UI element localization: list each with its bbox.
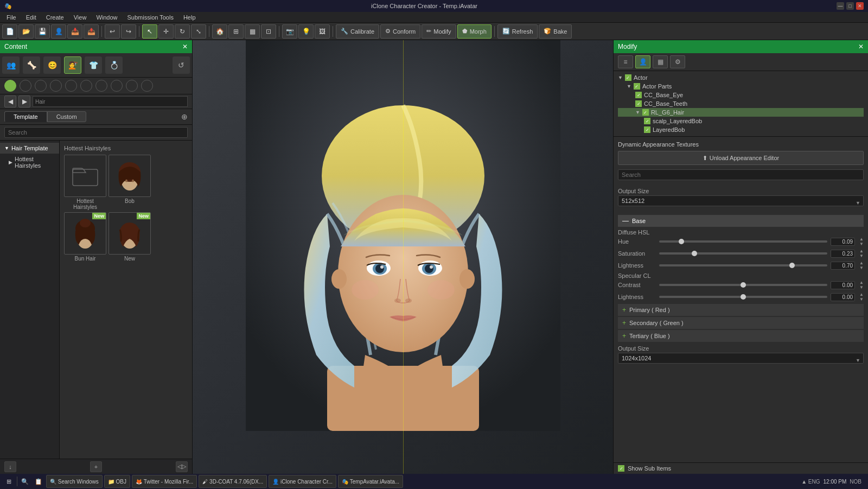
show-sub-checkbox[interactable]: ✓ bbox=[618, 465, 624, 472]
filter-3[interactable] bbox=[50, 80, 62, 92]
actor-checkbox[interactable]: ✓ bbox=[625, 74, 631, 81]
filter-7[interactable] bbox=[111, 80, 123, 92]
modify-close-icon[interactable]: ✕ bbox=[858, 43, 864, 50]
filter-8[interactable] bbox=[126, 80, 138, 92]
maximize-button[interactable]: □ bbox=[846, 2, 854, 10]
nav-forward[interactable]: ▶ bbox=[18, 96, 30, 107]
filter-4[interactable] bbox=[65, 80, 77, 92]
panel-nav-add[interactable]: + bbox=[90, 461, 102, 472]
toolbar-open[interactable]: 📂 bbox=[18, 24, 34, 39]
lightness-down[interactable]: ▼ bbox=[859, 265, 864, 270]
tab-sliders[interactable]: ≡ bbox=[618, 55, 633, 68]
lightness2-slider[interactable] bbox=[659, 296, 827, 298]
saturation-down[interactable]: ▼ bbox=[859, 253, 864, 258]
conform-button[interactable]: ⚙Conform bbox=[380, 24, 420, 39]
filter-all[interactable] bbox=[4, 80, 16, 92]
actor-item-hair[interactable]: ▼ ✓ RL_G6_Hair bbox=[618, 108, 864, 117]
eye-checkbox[interactable]: ✓ bbox=[635, 92, 642, 98]
thumb-new2[interactable]: New New bbox=[108, 212, 151, 262]
tab-custom[interactable]: Custom bbox=[47, 111, 86, 122]
bake-button[interactable]: 🍞Bake bbox=[539, 24, 572, 39]
tree-item-hair-template[interactable]: ▼ Hair Template bbox=[0, 143, 59, 154]
taskbar-iclone[interactable]: 👤 iClone Character Cr... bbox=[269, 475, 336, 488]
tab-settings-right[interactable]: ⚙ bbox=[670, 55, 685, 68]
lightness2-down[interactable]: ▼ bbox=[859, 297, 864, 302]
unload-appearance-btn[interactable]: ⬆ Unload Appearance Editor bbox=[618, 151, 864, 165]
actor-item-actor[interactable]: ▼ ✓ Actor bbox=[618, 73, 864, 82]
contrast-up[interactable]: ▲ bbox=[859, 280, 864, 285]
parts-checkbox[interactable]: ✓ bbox=[634, 83, 640, 90]
lightness-up[interactable]: ▲ bbox=[859, 261, 864, 265]
hue-slider[interactable] bbox=[659, 240, 827, 243]
saturation-slider[interactable] bbox=[659, 252, 827, 255]
hue-down[interactable]: ▼ bbox=[859, 242, 864, 246]
viewport[interactable] bbox=[193, 40, 613, 474]
morph-button[interactable]: ⬟Morph bbox=[457, 24, 492, 39]
toolbar-render[interactable]: 🖼 bbox=[315, 24, 330, 39]
toolbar-import[interactable]: 📥 bbox=[67, 24, 82, 39]
lightness2-up[interactable]: ▲ bbox=[859, 292, 864, 297]
modify-button[interactable]: ✏Modify bbox=[422, 24, 456, 39]
actor-item-scalp[interactable]: ✓ scalp_LayeredBob bbox=[618, 117, 864, 125]
hair-checkbox[interactable]: ✓ bbox=[642, 109, 649, 116]
icon-people[interactable]: 👥 bbox=[2, 56, 20, 74]
menu-window[interactable]: Window bbox=[92, 13, 122, 22]
content-close-icon[interactable]: ✕ bbox=[182, 43, 188, 50]
expand-icon[interactable]: ⊕ bbox=[181, 112, 188, 121]
minimize-button[interactable]: — bbox=[837, 2, 844, 10]
filter-6[interactable] bbox=[95, 80, 107, 92]
menu-help[interactable]: Help bbox=[179, 13, 200, 22]
menu-submission-tools[interactable]: Submission Tools bbox=[123, 13, 178, 22]
search-input[interactable] bbox=[4, 127, 188, 138]
taskbar-3dcoat[interactable]: 🖌 3D-COAT 4.7.06(DX... bbox=[199, 475, 267, 488]
tertiary-row[interactable]: + Tertiary ( Blue ) bbox=[618, 330, 864, 342]
toolbar-redo[interactable]: ↪ bbox=[121, 24, 136, 39]
menu-edit[interactable]: Edit bbox=[22, 13, 41, 22]
thumb-bun[interactable]: New Bun Hair bbox=[64, 212, 106, 262]
appearance-search[interactable] bbox=[618, 169, 864, 180]
teeth-checkbox[interactable]: ✓ bbox=[635, 100, 642, 107]
contrast-value[interactable] bbox=[831, 281, 855, 289]
taskbar-temp[interactable]: 🎭 TempAvatar.iAvata... bbox=[338, 475, 403, 488]
icon-hair[interactable]: 💇 bbox=[64, 56, 81, 74]
primary-row[interactable]: + Primary ( Red ) bbox=[618, 304, 864, 316]
actor-item-eye[interactable]: ✓ CC_Base_Eye bbox=[618, 91, 864, 99]
base-section-header[interactable]: — Base bbox=[618, 215, 864, 227]
panel-nav-more[interactable]: ◁▷ bbox=[176, 461, 188, 472]
icon-face[interactable]: 😊 bbox=[43, 56, 61, 74]
saturation-value[interactable] bbox=[831, 250, 855, 258]
toolbar-home[interactable]: 🏠 bbox=[212, 24, 227, 39]
taskbar-search[interactable]: 🔍 bbox=[19, 475, 31, 487]
tree-item-hottest[interactable]: ▶ Hottest Hairstyles bbox=[0, 154, 59, 171]
taskbar-cortana[interactable]: 📋 bbox=[33, 475, 44, 487]
thumb-folder[interactable]: Hottest Hairstyles bbox=[64, 155, 106, 210]
thumb-bob[interactable]: Bob bbox=[108, 155, 151, 210]
toolbar-scale[interactable]: ⤡ bbox=[191, 24, 206, 39]
tab-grid[interactable]: ▦ bbox=[653, 55, 668, 68]
icon-settings-content[interactable]: ↺ bbox=[173, 56, 190, 74]
toolbar-light[interactable]: 💡 bbox=[298, 24, 314, 39]
toolbar-rotate[interactable]: ↻ bbox=[175, 24, 190, 39]
scalp-checkbox[interactable]: ✓ bbox=[644, 118, 650, 124]
calibrate-button[interactable]: 🔧Calibrate bbox=[336, 24, 379, 39]
filter-5[interactable] bbox=[80, 80, 92, 92]
filter-2[interactable] bbox=[35, 80, 47, 92]
menu-file[interactable]: File bbox=[2, 13, 21, 22]
close-button[interactable]: ✕ bbox=[856, 2, 864, 10]
toolbar-export[interactable]: 📤 bbox=[84, 24, 99, 39]
toolbar-new[interactable]: 📄 bbox=[2, 24, 17, 39]
toolbar-save[interactable]: 💾 bbox=[35, 24, 50, 39]
actor-item-teeth[interactable]: ✓ CC_Base_Teeth bbox=[618, 99, 864, 108]
toolbar-undo[interactable]: ↩ bbox=[105, 24, 120, 39]
saturation-up[interactable]: ▲ bbox=[859, 249, 864, 253]
lightness2-value[interactable] bbox=[831, 293, 855, 301]
actor-item-parts[interactable]: ▼ ✓ Actor Parts bbox=[618, 82, 864, 91]
lightness-slider[interactable] bbox=[659, 264, 827, 266]
panel-nav-down[interactable]: ↓ bbox=[4, 461, 16, 472]
hue-value[interactable] bbox=[831, 238, 855, 246]
taskbar-twitter[interactable]: 🦊 Twitter - Mozilla Fir... bbox=[132, 475, 197, 488]
taskbar-obj[interactable]: 📁 OBJ bbox=[104, 475, 130, 488]
output-size2-select[interactable]: 1024x1024 512x512 2048x2048 bbox=[618, 353, 864, 364]
nav-back[interactable]: ◀ bbox=[4, 96, 16, 107]
filter-1[interactable] bbox=[20, 80, 31, 92]
